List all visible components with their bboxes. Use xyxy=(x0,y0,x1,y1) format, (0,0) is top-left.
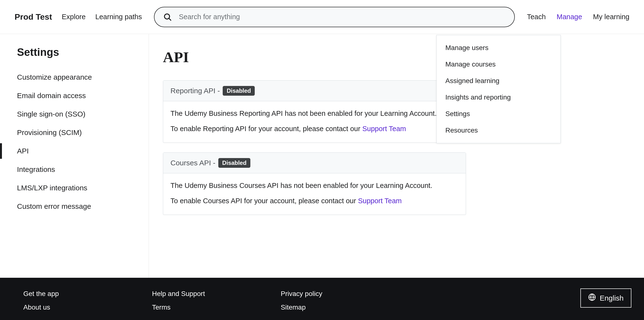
footer-sitemap[interactable]: Sitemap xyxy=(281,304,410,311)
card-title-sep: - xyxy=(216,87,220,95)
card-body: The Udemy Business Courses API has not b… xyxy=(163,173,466,215)
footer-terms[interactable]: Terms xyxy=(152,304,281,311)
svg-line-1 xyxy=(169,18,171,20)
manage-dropdown: Manage users Manage courses Assigned lea… xyxy=(436,35,561,143)
nav-learning-paths[interactable]: Learning paths xyxy=(96,13,142,21)
dropdown-manage-courses[interactable]: Manage courses xyxy=(436,56,560,72)
card-body-line2-prefix: To enable Reporting API for your account… xyxy=(170,125,362,132)
search-wrap xyxy=(154,7,514,27)
footer-get-the-app[interactable]: Get the app xyxy=(23,290,152,298)
sidebar-item-scim[interactable]: Provisioning (SCIM) xyxy=(0,123,148,142)
search-icon xyxy=(163,13,172,21)
card-body-line1: The Udemy Business Reporting API has not… xyxy=(170,108,458,119)
sidebar-item-sso[interactable]: Single sign-on (SSO) xyxy=(0,105,148,123)
footer-col-1: Get the app About us xyxy=(23,290,152,320)
nav-explore[interactable]: Explore xyxy=(62,13,86,21)
card-header: Reporting API - Disabled xyxy=(163,80,466,101)
sidebar-item-integrations[interactable]: Integrations xyxy=(0,160,148,179)
sidebar-item-customize-appearance[interactable]: Customize appearance xyxy=(0,68,148,86)
sidebar-item-email-domain-access[interactable]: Email domain access xyxy=(0,86,148,105)
content: API Reporting API - Disabled The Udemy B… xyxy=(149,34,644,278)
globe-icon xyxy=(588,293,596,303)
card-title-text: Reporting API xyxy=(170,87,216,95)
language-button[interactable]: English xyxy=(580,288,631,308)
sidebar: Settings Customize appearance Email doma… xyxy=(0,34,149,278)
footer: Get the app About us Help and Support Te… xyxy=(0,278,644,320)
dropdown-manage-users[interactable]: Manage users xyxy=(436,40,560,56)
status-badge: Disabled xyxy=(218,158,250,168)
footer-help-support[interactable]: Help and Support xyxy=(152,290,281,298)
card-body: The Udemy Business Reporting API has not… xyxy=(163,101,466,142)
nav-teach[interactable]: Teach xyxy=(527,13,546,21)
card-body-line2: To enable Courses API for your account, … xyxy=(170,196,458,206)
card-reporting-api: Reporting API - Disabled The Udemy Busin… xyxy=(163,80,466,143)
sidebar-item-custom-error[interactable]: Custom error message xyxy=(0,197,148,216)
sidebar-title: Settings xyxy=(0,46,148,68)
dropdown-assigned-learning[interactable]: Assigned learning xyxy=(436,72,560,89)
header: Prod Test Explore Learning paths Teach M… xyxy=(0,0,644,34)
support-team-link[interactable]: Support Team xyxy=(362,125,406,132)
nav-manage[interactable]: Manage xyxy=(556,13,582,21)
footer-privacy[interactable]: Privacy policy xyxy=(281,290,410,298)
nav-my-learning[interactable]: My learning xyxy=(593,13,630,21)
card-title-sep: - xyxy=(211,159,216,167)
card-body-line1: The Udemy Business Courses API has not b… xyxy=(170,180,458,191)
search-input[interactable] xyxy=(154,7,514,27)
card-body-line2: To enable Reporting API for your account… xyxy=(170,123,458,134)
right-nav: Teach Manage My learning xyxy=(527,13,630,21)
card-title: Reporting API - xyxy=(170,87,220,95)
support-team-link[interactable]: Support Team xyxy=(358,197,402,205)
card-body-line2-prefix: To enable Courses API for your account, … xyxy=(170,197,358,205)
brand-name[interactable]: Prod Test xyxy=(14,12,52,22)
primary-nav: Explore Learning paths xyxy=(62,13,142,21)
dropdown-settings[interactable]: Settings xyxy=(436,106,560,122)
card-courses-api: Courses API - Disabled The Udemy Busines… xyxy=(163,152,466,215)
dropdown-resources[interactable]: Resources xyxy=(436,122,560,139)
card-title: Courses API - xyxy=(170,159,216,167)
footer-col-2: Help and Support Terms xyxy=(152,290,281,320)
sidebar-nav: Customize appearance Email domain access… xyxy=(0,68,148,216)
footer-about-us[interactable]: About us xyxy=(23,304,152,311)
footer-col-3: Privacy policy Sitemap xyxy=(281,290,410,320)
status-badge: Disabled xyxy=(223,86,255,96)
dropdown-insights-reporting[interactable]: Insights and reporting xyxy=(436,89,560,106)
language-label: English xyxy=(600,294,624,302)
card-title-text: Courses API xyxy=(170,159,211,167)
sidebar-item-api[interactable]: API xyxy=(0,142,148,160)
sidebar-item-lms-lxp[interactable]: LMS/LXP integrations xyxy=(0,179,148,197)
card-header: Courses API - Disabled xyxy=(163,153,466,173)
